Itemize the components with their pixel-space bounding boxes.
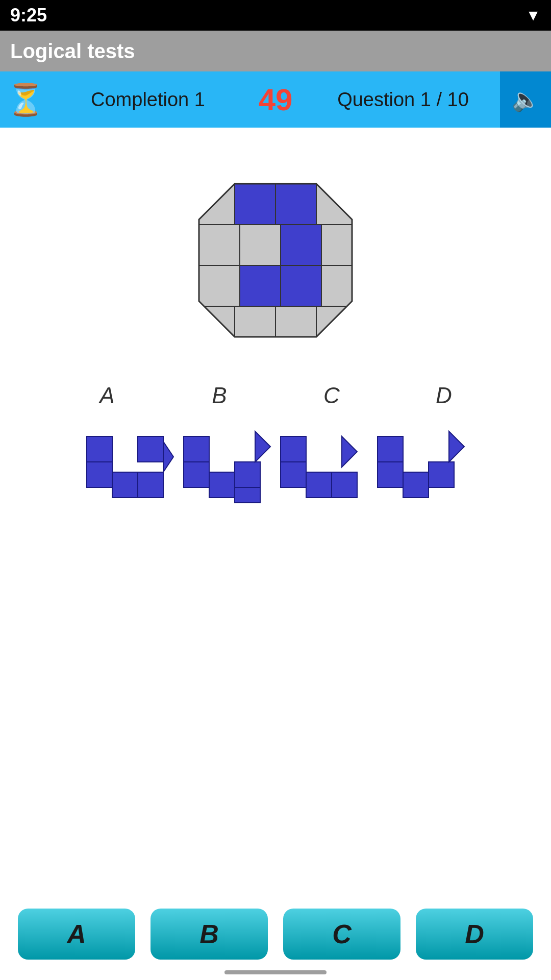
svg-rect-27 (281, 436, 306, 462)
status-time: 9:25 (10, 5, 47, 26)
svg-rect-35 (429, 462, 454, 487)
svg-rect-9 (240, 265, 281, 306)
hourglass-icon: ⏳ (0, 71, 51, 128)
option-label-b: B (163, 383, 276, 408)
svg-marker-20 (163, 442, 173, 472)
answer-button-c[interactable]: C (283, 909, 400, 960)
option-a-image (82, 419, 179, 516)
svg-rect-28 (281, 462, 306, 487)
svg-marker-36 (449, 431, 464, 462)
svg-rect-5 (240, 225, 281, 265)
option-label-c: C (276, 383, 388, 408)
sound-icon: 🔈 (512, 86, 540, 113)
svg-rect-29 (306, 472, 332, 498)
puzzle-svg (184, 168, 367, 352)
option-c[interactable] (276, 419, 372, 516)
puzzle-container (184, 168, 367, 352)
wifi-icon: ▼ (525, 7, 541, 24)
nav-indicator (224, 970, 327, 974)
svg-rect-10 (281, 265, 321, 306)
svg-rect-16 (87, 462, 112, 487)
svg-rect-17 (112, 472, 138, 498)
app-bar: Logical tests (0, 31, 551, 71)
options-images (82, 419, 469, 516)
svg-rect-7 (321, 225, 362, 265)
bottom-buttons: A B C D (0, 909, 551, 960)
svg-rect-23 (209, 472, 235, 498)
completion-label: Completion 1 (51, 89, 245, 111)
question-label: Question 1 / 10 (306, 89, 500, 111)
svg-rect-2 (235, 184, 276, 225)
option-c-image (276, 419, 372, 516)
svg-marker-31 (342, 436, 357, 467)
svg-rect-34 (403, 472, 429, 498)
answer-button-d[interactable]: D (416, 909, 533, 960)
option-label-d: D (388, 383, 500, 408)
option-d-image (372, 419, 469, 516)
option-b[interactable] (179, 419, 276, 516)
app-title: Logical tests (10, 40, 135, 63)
option-a[interactable] (82, 419, 179, 516)
svg-rect-3 (276, 184, 316, 225)
options-labels: A B C D (51, 383, 500, 408)
sound-button[interactable]: 🔈 (500, 71, 551, 128)
svg-rect-4 (199, 225, 240, 265)
status-icons: ▼ (525, 7, 541, 24)
status-bar: 9:25 ▼ (0, 0, 551, 31)
main-content: A B C D (0, 128, 551, 516)
svg-rect-21 (184, 436, 209, 462)
svg-rect-15 (87, 436, 112, 462)
svg-rect-30 (332, 472, 357, 498)
nav-bar (0, 965, 551, 980)
svg-rect-25 (235, 487, 260, 503)
svg-rect-33 (378, 462, 403, 487)
svg-rect-6 (281, 225, 321, 265)
answer-button-a[interactable]: A (18, 909, 135, 960)
svg-rect-12 (235, 306, 276, 337)
svg-rect-18 (138, 472, 163, 498)
svg-rect-13 (276, 306, 316, 337)
svg-rect-8 (199, 265, 240, 306)
svg-rect-32 (378, 436, 403, 462)
option-label-a: A (51, 383, 163, 408)
timer-display: 49 (245, 82, 306, 117)
answer-button-b[interactable]: B (151, 909, 268, 960)
svg-marker-26 (255, 431, 270, 462)
svg-rect-24 (235, 462, 260, 487)
svg-rect-11 (321, 265, 362, 306)
svg-rect-22 (184, 462, 209, 487)
option-b-image (179, 419, 276, 516)
svg-rect-19 (138, 436, 163, 462)
option-d[interactable] (372, 419, 469, 516)
header-bar: ⏳ Completion 1 49 Question 1 / 10 🔈 (0, 71, 551, 128)
